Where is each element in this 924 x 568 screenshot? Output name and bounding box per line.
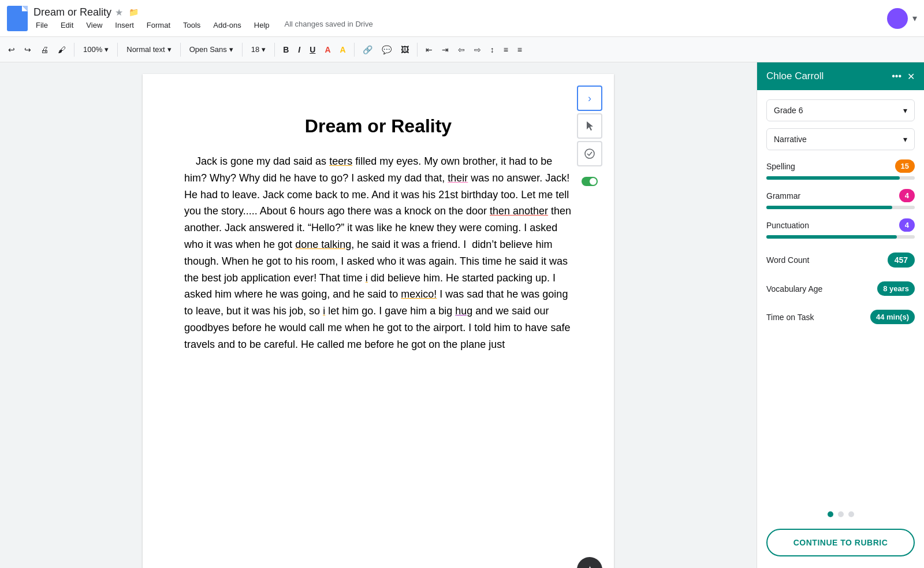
right-icons: Chloe Carroll ▾ bbox=[887, 8, 917, 29]
toggle-switch[interactable] bbox=[582, 177, 598, 186]
list-num-button[interactable]: ≡ bbox=[500, 43, 512, 57]
menu-edit[interactable]: Edit bbox=[58, 20, 76, 31]
vocab-age-badge: 8 years bbox=[877, 281, 915, 296]
ai-button[interactable]: ✦ bbox=[577, 557, 602, 568]
document-title[interactable]: Dream or Reality bbox=[33, 6, 111, 18]
style-dropdown[interactable]: Normal text ▾ bbox=[122, 43, 175, 56]
bold-button[interactable]: B bbox=[280, 43, 292, 57]
dot-1[interactable] bbox=[828, 511, 833, 517]
punctuation-error-then: then another bbox=[490, 205, 548, 217]
menu-insert[interactable]: Insert bbox=[113, 20, 136, 31]
undo-button[interactable]: ↩ bbox=[5, 43, 18, 57]
grade-label: Grade 6 bbox=[774, 106, 803, 115]
document-heading: Dream or Reality bbox=[184, 116, 572, 137]
dot-2[interactable] bbox=[838, 511, 844, 517]
main-area: Dream or Reality Jack is gone my dad sai… bbox=[0, 62, 924, 568]
panel-dots bbox=[757, 504, 924, 524]
italic-button[interactable]: I bbox=[295, 43, 304, 57]
highlight-button[interactable]: A bbox=[337, 43, 349, 57]
punctuation-label: Punctuation bbox=[766, 221, 809, 230]
list-bullet-button[interactable]: ≡ bbox=[514, 43, 526, 57]
grade-dropdown[interactable]: Grade 6 ▾ bbox=[766, 99, 915, 121]
genre-label: Narrative bbox=[774, 135, 807, 144]
align-center-button[interactable]: ⇥ bbox=[438, 43, 452, 57]
underline-button[interactable]: U bbox=[306, 43, 319, 57]
link-button[interactable]: 🔗 bbox=[359, 43, 376, 57]
menu-format[interactable]: Format bbox=[144, 20, 173, 31]
print-button[interactable]: 🖨 bbox=[37, 43, 52, 57]
line-spacing-button[interactable]: ↕ bbox=[487, 43, 498, 57]
top-bar: Dream or Reality ★ 📁 File Edit View Inse… bbox=[0, 0, 924, 37]
star-icon[interactable]: ★ bbox=[115, 7, 123, 18]
expand-panel-button[interactable]: › bbox=[577, 86, 602, 111]
spelling-badge: 15 bbox=[895, 159, 915, 173]
folder-icon[interactable]: 📁 bbox=[129, 8, 139, 17]
size-value: 18 bbox=[251, 45, 259, 54]
sep5 bbox=[274, 43, 275, 57]
vocab-age-row: Vocabulary Age 8 years bbox=[766, 281, 915, 296]
align-right-button[interactable]: ⇦ bbox=[454, 43, 468, 57]
document-area: Dream or Reality Jack is gone my dad sai… bbox=[0, 62, 757, 568]
zoom-chevron: ▾ bbox=[105, 45, 109, 54]
font-chevron: ▾ bbox=[229, 45, 233, 54]
redo-button[interactable]: ↪ bbox=[21, 43, 35, 57]
grammar-label: Grammar bbox=[766, 191, 800, 201]
time-badge: 44 min(s) bbox=[870, 310, 915, 324]
panel-user-name: Chloe Carroll bbox=[766, 70, 824, 82]
sep4 bbox=[242, 43, 243, 57]
menu-view[interactable]: View bbox=[84, 20, 105, 31]
align-justify-button[interactable]: ⇨ bbox=[471, 43, 485, 57]
word-count-row: Word Count 457 bbox=[766, 253, 915, 268]
panel-close-button[interactable]: ✕ bbox=[907, 71, 915, 82]
document-body[interactable]: Jack is gone my dad said as teers filled… bbox=[184, 153, 572, 353]
check-button[interactable] bbox=[577, 141, 602, 166]
font-value: Open Sans bbox=[189, 45, 227, 54]
avatar-chevron[interactable]: ▾ bbox=[912, 13, 917, 24]
genre-chevron: ▾ bbox=[903, 135, 907, 144]
vocab-hug: hug bbox=[455, 305, 472, 317]
spelling-progress-fill bbox=[766, 176, 900, 180]
text-color-button[interactable]: A bbox=[321, 43, 334, 57]
zoom-value: 100% bbox=[83, 45, 102, 54]
menu-file[interactable]: File bbox=[33, 20, 50, 31]
word-count-badge: 457 bbox=[888, 253, 915, 268]
menu-tools[interactable]: Tools bbox=[181, 20, 203, 31]
menu-help[interactable]: Help bbox=[252, 20, 272, 31]
spelling-error-i1: i bbox=[366, 272, 368, 284]
svg-point-0 bbox=[585, 149, 594, 158]
punctuation-badge: 4 bbox=[899, 218, 915, 232]
align-left-button[interactable]: ⇤ bbox=[422, 43, 436, 57]
cursor-tool-button[interactable] bbox=[577, 113, 602, 139]
word-count-label: Word Count bbox=[766, 255, 809, 265]
style-value: Normal text bbox=[126, 45, 165, 54]
image-button[interactable]: 🖼 bbox=[397, 43, 412, 57]
dot-3[interactable] bbox=[848, 511, 854, 517]
zoom-dropdown[interactable]: 100% ▾ bbox=[79, 43, 113, 56]
avatar[interactable]: Chloe Carroll bbox=[887, 8, 908, 29]
side-toolbar: › bbox=[577, 86, 602, 194]
sep7 bbox=[417, 43, 418, 57]
spelling-metric-row: Spelling 15 bbox=[766, 159, 915, 173]
spelling-progress-wrap bbox=[766, 176, 915, 180]
menu-addons[interactable]: Add-ons bbox=[211, 20, 243, 31]
sep3 bbox=[180, 43, 181, 57]
genre-dropdown[interactable]: Narrative ▾ bbox=[766, 128, 915, 150]
paintformat-button[interactable]: 🖌 bbox=[54, 43, 69, 57]
grammar-metric-row: Grammar 4 bbox=[766, 189, 915, 202]
toggle-knob bbox=[590, 178, 597, 185]
sep6 bbox=[354, 43, 355, 57]
grade-chevron: ▾ bbox=[903, 106, 907, 115]
punctuation-metric-row: Punctuation 4 bbox=[766, 218, 915, 232]
continue-to-rubric-button[interactable]: CONTINUE TO RUBRIC bbox=[766, 529, 915, 556]
title-area: Dream or Reality ★ 📁 File Edit View Inse… bbox=[33, 6, 373, 31]
toggle-switch-button[interactable] bbox=[577, 169, 602, 194]
document-page: Dream or Reality Jack is gone my dad sai… bbox=[143, 74, 614, 568]
panel-more-button[interactable]: ••• bbox=[892, 71, 901, 81]
doc-icon bbox=[7, 6, 28, 31]
comment-button[interactable]: 💬 bbox=[378, 43, 395, 57]
spelling-label: Spelling bbox=[766, 162, 795, 171]
save-status: All changes saved in Drive bbox=[285, 20, 373, 31]
sep1 bbox=[74, 43, 74, 57]
font-dropdown[interactable]: Open Sans ▾ bbox=[185, 43, 237, 56]
size-dropdown[interactable]: 18 ▾ bbox=[247, 43, 270, 56]
